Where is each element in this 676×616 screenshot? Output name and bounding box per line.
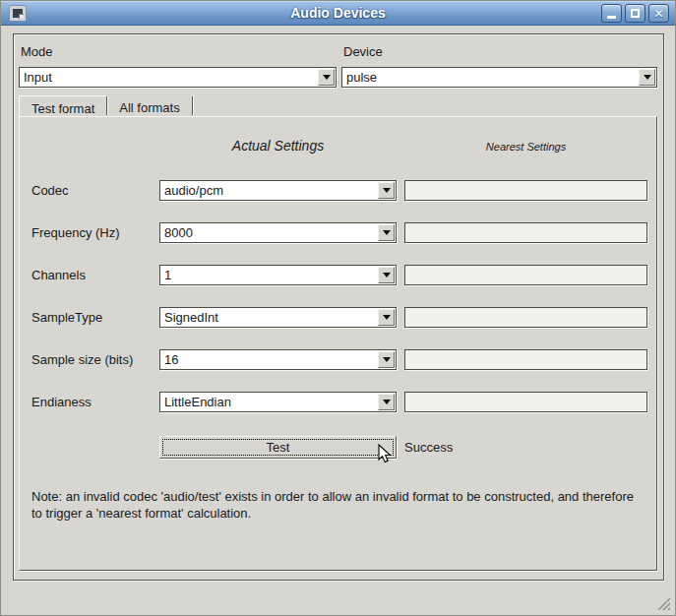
chevron-down-icon[interactable] — [378, 309, 395, 326]
mode-select[interactable]: Input — [19, 67, 337, 88]
minimize-icon — [607, 16, 616, 19]
frequency-label: Frequency (Hz) — [31, 225, 120, 240]
codec-select[interactable]: audio/pcm — [159, 180, 397, 201]
sample-size-select[interactable]: 16 — [159, 349, 397, 370]
frequency-select-value: 8000 — [160, 225, 378, 240]
close-button[interactable]: ✕ — [648, 4, 669, 23]
sampletype-select-value: SignedInt — [160, 310, 378, 325]
channels-select[interactable]: 1 — [159, 265, 397, 285]
mode-select-value: Input — [20, 70, 318, 85]
minimize-button[interactable] — [601, 4, 622, 23]
sampletype-select[interactable]: SignedInt — [159, 307, 397, 328]
endianess-select-value: LittleEndian — [160, 395, 378, 409]
resize-grip[interactable] — [655, 595, 670, 610]
endianess-label: Endianess — [31, 395, 92, 409]
mode-label: Mode — [21, 44, 53, 59]
sampletype-label: SampleType — [31, 310, 102, 325]
sample-size-label: Sample size (bits) — [31, 352, 133, 367]
chevron-down-icon[interactable] — [378, 224, 395, 241]
tab-test-format[interactable]: Test format — [19, 95, 106, 117]
maximize-button[interactable] — [625, 4, 645, 23]
test-status: Success — [404, 440, 453, 455]
chevron-down-icon[interactable] — [378, 182, 395, 199]
codec-label: Codec — [31, 183, 69, 198]
sample-size-nearest-field — [404, 349, 647, 370]
actual-settings-header: Actual Settings — [159, 138, 397, 154]
titlebar[interactable]: Audio Devices ✕ — [1, 1, 675, 26]
sample-size-select-value: 16 — [160, 352, 378, 367]
tab-all-formats[interactable]: All formats — [107, 95, 191, 117]
mouse-cursor — [378, 444, 394, 465]
codec-select-value: audio/pcm — [160, 183, 378, 198]
maximize-icon — [631, 9, 640, 18]
test-button[interactable]: Test — [159, 436, 397, 459]
chevron-down-icon[interactable] — [639, 69, 655, 86]
chevron-down-icon[interactable] — [378, 267, 395, 283]
test-format-pane: Actual Settings Nearest Settings Codec a… — [19, 116, 657, 571]
device-select-value: pulse — [342, 70, 639, 85]
channels-select-value: 1 — [160, 268, 378, 282]
app-window-icon[interactable] — [9, 5, 27, 22]
sampletype-nearest-field — [404, 307, 647, 328]
channels-nearest-field — [404, 265, 647, 285]
frequency-select[interactable]: 8000 — [159, 222, 397, 243]
audio-devices-window: Audio Devices ✕ Mode Input Device pulse … — [0, 0, 676, 616]
device-select[interactable]: pulse — [341, 67, 657, 88]
codec-nearest-field — [404, 180, 647, 201]
nearest-settings-header: Nearest Settings — [404, 141, 647, 153]
chevron-down-icon[interactable] — [378, 394, 395, 410]
note-text: Note: an invalid codec 'audio/test' exis… — [31, 488, 642, 522]
chevron-down-icon[interactable] — [318, 69, 335, 86]
window-title: Audio Devices — [1, 5, 675, 21]
tabbar: Test format All formats — [19, 95, 193, 117]
device-label: Device — [343, 44, 383, 59]
channels-label: Channels — [31, 268, 86, 282]
close-icon: ✕ — [653, 8, 663, 20]
frequency-nearest-field — [404, 222, 647, 243]
chevron-down-icon[interactable] — [378, 351, 395, 368]
tab-separator — [192, 96, 193, 115]
endianess-select[interactable]: LittleEndian — [159, 392, 397, 412]
endianess-nearest-field — [404, 392, 647, 412]
